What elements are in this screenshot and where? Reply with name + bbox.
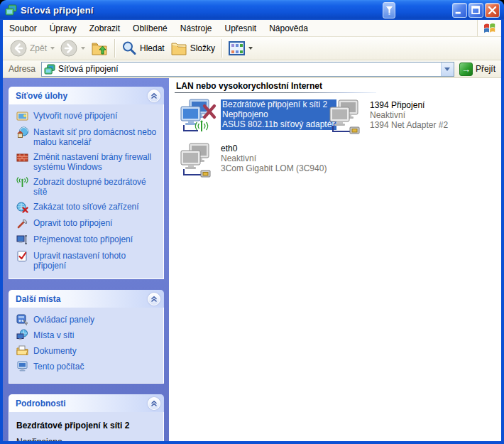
back-button[interactable]: Zpět bbox=[7, 38, 57, 59]
toolbar-separator bbox=[114, 39, 115, 58]
content-area: Síťové úlohy bbox=[3, 78, 501, 441]
menu-tools[interactable]: Nástroje bbox=[174, 20, 219, 36]
maximize-icon bbox=[469, 4, 483, 17]
task-rename-connection[interactable]: Přejmenovat toto připojení bbox=[16, 234, 160, 246]
title-bar: Síťová připojení bbox=[0, 0, 504, 20]
go-button[interactable]: → Přejít bbox=[459, 63, 498, 76]
collapse-chevron-button[interactable] bbox=[148, 293, 160, 305]
task-label: Zakázat toto síťové zařízení bbox=[33, 202, 139, 213]
task-change-connection-settings[interactable]: Upravit nastavení tohoto připojení bbox=[16, 251, 160, 271]
toolbar: Zpět bbox=[3, 37, 501, 60]
task-label: Změnit nastavení brány firewall systému … bbox=[33, 152, 160, 172]
group-title: LAN nebo vysokorychlostní Internet bbox=[176, 81, 322, 91]
task-setup-home-network[interactable]: Nastavit síť pro domácnost nebo malou ka… bbox=[16, 127, 160, 147]
menu-advanced[interactable]: Upřesnit bbox=[218, 20, 263, 36]
details-connection-name: Bezdrátové připojení k síti 2 bbox=[16, 421, 156, 431]
task-view-wireless-networks[interactable]: Zobrazit dostupné bezdrátové sítě bbox=[16, 177, 160, 197]
up-button[interactable] bbox=[88, 38, 111, 59]
folders-button[interactable]: Složky bbox=[168, 38, 218, 59]
task-label: Nastavit síť pro domácnost nebo malou ka… bbox=[33, 127, 160, 147]
task-label: Upravit nastavení tohoto připojení bbox=[33, 251, 160, 271]
wired-connection-icon bbox=[327, 99, 368, 137]
panel-title: Podrobnosti bbox=[16, 399, 148, 408]
views-button[interactable] bbox=[226, 38, 256, 59]
menu-help[interactable]: Nápověda bbox=[263, 20, 314, 36]
place-documents[interactable]: Dokumenty bbox=[16, 345, 160, 357]
place-label: Ovládací panely bbox=[33, 315, 94, 325]
pin-icon bbox=[385, 6, 393, 15]
search-button[interactable]: Hledat bbox=[119, 38, 168, 59]
connection-status: Neaktivní bbox=[221, 153, 327, 163]
menu-file[interactable]: Soubor bbox=[3, 20, 43, 36]
task-repair-connection[interactable]: Opravit toto připojení bbox=[16, 218, 160, 229]
task-disable-device[interactable]: Zakázat toto síťové zařízení bbox=[16, 202, 160, 213]
task-create-connection[interactable]: Vytvořit nové připojení bbox=[16, 111, 160, 122]
place-my-computer[interactable]: Tento počítač bbox=[16, 361, 160, 372]
viewer-pin-button[interactable] bbox=[383, 2, 395, 18]
forward-history-dropdown-icon bbox=[81, 47, 85, 50]
connection-item-wireless[interactable]: Bezdrátové připojení k síti 2 Nepřipojen… bbox=[177, 98, 336, 136]
go-label: Přejít bbox=[476, 64, 495, 74]
panel-title: Síťové úlohy bbox=[16, 91, 148, 101]
panel-network-tasks-header[interactable]: Síťové úlohy bbox=[9, 87, 164, 104]
group-underline bbox=[175, 92, 376, 93]
back-arrow-icon bbox=[10, 40, 27, 57]
task-label: Zobrazit dostupné bezdrátové sítě bbox=[33, 177, 160, 197]
details-connection-status: Nepřipojeno bbox=[16, 437, 156, 441]
panel-network-tasks: Síťové úlohy bbox=[9, 87, 164, 279]
minimize-icon bbox=[453, 4, 466, 17]
connection-item-eth0[interactable]: eth0 Neaktivní 3Com Gigabit LOM (3C940) bbox=[177, 142, 327, 180]
place-network-places[interactable]: Místa v síti bbox=[16, 330, 160, 341]
connection-name: 1394 Připojení bbox=[370, 100, 448, 110]
chevron-up-icon bbox=[150, 296, 158, 303]
address-bar: Adresa Síťová připojení → Přejít bbox=[3, 60, 501, 78]
connections-list-pane: LAN nebo vysokorychlostní Internet bbox=[169, 78, 501, 441]
my-computer-icon bbox=[16, 360, 28, 372]
forward-arrow-icon bbox=[60, 40, 77, 57]
connection-device: 3Com Gigabit LOM (3C940) bbox=[221, 163, 327, 173]
back-label: Zpět bbox=[30, 43, 47, 53]
wireless-networks-icon bbox=[16, 176, 28, 188]
menu-bar: Soubor Úpravy Zobrazit Oblíbené Nástroje… bbox=[3, 20, 501, 37]
window-body: Soubor Úpravy Zobrazit Oblíbené Nástroje… bbox=[3, 20, 501, 441]
address-location-icon bbox=[44, 64, 55, 75]
address-input[interactable]: Síťová připojení bbox=[41, 62, 454, 77]
wired-connection-icon bbox=[177, 142, 219, 180]
collapse-chevron-button[interactable] bbox=[148, 397, 160, 410]
connection-item-1394[interactable]: 1394 Připojení Neaktivní 1394 Net Adapte… bbox=[327, 99, 448, 137]
place-control-panel[interactable]: Ovládací panely bbox=[16, 314, 160, 325]
maximize-button[interactable] bbox=[469, 3, 483, 18]
windows-flag-icon bbox=[483, 21, 497, 36]
task-change-firewall[interactable]: Změnit nastavení brány firewall systému … bbox=[16, 152, 160, 172]
menu-edit[interactable]: Úpravy bbox=[43, 20, 83, 36]
window-title: Síťová připojení bbox=[21, 5, 383, 16]
task-pane-sidebar: Síťové úlohy bbox=[3, 78, 169, 441]
task-label: Vytvořit nové připojení bbox=[33, 111, 117, 122]
control-panel-icon bbox=[16, 313, 28, 325]
connection-text-block: eth0 Neaktivní 3Com Gigabit LOM (3C940) bbox=[221, 144, 327, 173]
address-dropdown-button[interactable] bbox=[441, 63, 454, 76]
windows-logo-area bbox=[477, 20, 501, 36]
panel-details-header[interactable]: Podrobnosti bbox=[9, 394, 164, 412]
collapse-chevron-button[interactable] bbox=[148, 90, 160, 102]
menu-view[interactable]: Zobrazit bbox=[83, 20, 126, 36]
wireless-connection-icon bbox=[177, 98, 219, 136]
folders-icon bbox=[170, 40, 187, 56]
firewall-icon bbox=[16, 151, 28, 163]
address-value: Síťová připojení bbox=[58, 64, 441, 74]
new-connection-icon bbox=[16, 110, 28, 122]
minimize-button[interactable] bbox=[452, 3, 467, 18]
connection-device: 1394 Net Adapter #2 bbox=[370, 120, 448, 130]
connection-name: eth0 bbox=[221, 144, 327, 153]
search-label: Hledat bbox=[140, 43, 165, 53]
forward-button[interactable] bbox=[57, 38, 88, 59]
folder-up-icon bbox=[91, 40, 108, 56]
menu-favorites[interactable]: Oblíbené bbox=[126, 20, 174, 36]
task-label: Opravit toto připojení bbox=[33, 218, 112, 229]
panel-network-tasks-body: Vytvořit nové připojení Nastavit síť pro… bbox=[9, 104, 164, 279]
panel-other-places-header[interactable]: Další místa bbox=[9, 290, 164, 308]
close-button[interactable] bbox=[485, 3, 500, 18]
connection-status: Nepřipojeno bbox=[222, 109, 334, 119]
place-label: Tento počítač bbox=[33, 362, 84, 372]
network-connection-icon bbox=[5, 4, 17, 16]
